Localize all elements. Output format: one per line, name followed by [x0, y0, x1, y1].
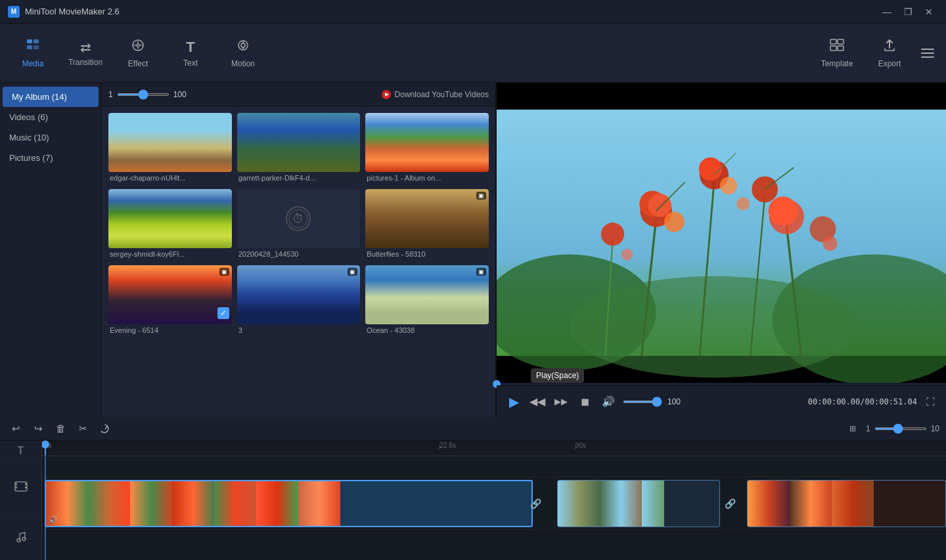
video-clip-2[interactable] — [557, 480, 720, 527]
clip-thumb-2c — [642, 481, 664, 527]
audio-track-icon — [14, 530, 28, 545]
video-track-icon — [14, 480, 28, 495]
toolbar-effect-label: Effect — [128, 59, 148, 68]
sidebar-item-music[interactable]: Music (10) — [0, 127, 101, 148]
fullscreen-button[interactable]: ⛶ — [922, 394, 938, 410]
sidebar-item-videos[interactable]: Videos (6) — [0, 107, 101, 127]
maximize-button[interactable]: ❐ — [899, 5, 917, 18]
hamburger-line-3 — [921, 56, 934, 58]
scale-slider[interactable] — [117, 93, 169, 96]
titlebar-left: M MiniTool MovieMaker 2.6 — [8, 6, 120, 18]
media-thumb-3 — [365, 113, 489, 172]
svg-rect-47 — [15, 483, 17, 485]
svg-point-35 — [601, 223, 624, 246]
svg-point-29 — [648, 194, 671, 217]
media-label-5: 20200428_144530 — [237, 248, 361, 260]
media-icon — [26, 38, 40, 56]
redo-button[interactable]: ↪ — [29, 420, 47, 438]
toolbar-export[interactable]: Export — [863, 28, 916, 77]
media-item-8[interactable]: ▣ 3 — [237, 265, 361, 336]
timeline-body: T — [0, 441, 946, 560]
speed-icon — [100, 423, 110, 434]
play-button[interactable]: ▶ — [505, 393, 523, 411]
media-checked-7: ✓ — [217, 307, 229, 319]
toolbar-media-label: Media — [22, 59, 44, 68]
delete-clip-button[interactable]: 🗑 — [51, 420, 70, 438]
media-thumb-6 — [365, 189, 489, 248]
ruler-mark-30s: 30s — [575, 441, 586, 449]
media-toolbar-left: 1 100 — [108, 90, 187, 99]
cut-button[interactable]: ✂ — [74, 420, 92, 438]
svg-rect-0 — [27, 39, 32, 43]
toolbar-transition-label: Transition — [68, 58, 102, 67]
clip-thumb-1f — [256, 481, 298, 526]
media-thumb-7 — [108, 265, 232, 324]
prev-frame-button[interactable]: ◀◀ — [528, 393, 547, 411]
volume-slider[interactable] — [623, 400, 662, 403]
toolbar-template-label: Template — [821, 59, 853, 68]
stop-button[interactable]: ◼ — [575, 393, 594, 411]
clip-thumb-2a — [558, 481, 600, 527]
media-item-1[interactable]: edgar-chaparro-nUHlt... — [108, 113, 232, 184]
download-youtube-button[interactable]: Download YouTube Videos — [381, 89, 489, 100]
media-thumb-4 — [108, 189, 232, 248]
clip-thumb-3a — [748, 481, 790, 527]
svg-rect-1 — [34, 39, 39, 43]
close-button[interactable]: ✕ — [920, 5, 938, 18]
svg-rect-49 — [25, 483, 27, 485]
minimize-button[interactable]: — — [878, 5, 896, 18]
media-item-3[interactable]: pictures-1 - Album on... — [365, 113, 489, 184]
clip-thumb-1b — [88, 481, 130, 526]
media-label-9: Ocean - 43038 — [365, 324, 489, 336]
svg-point-37 — [720, 177, 737, 194]
toolbar: Media ⇄ Transition Effect T Text — [0, 24, 946, 83]
titlebar: M MiniTool MovieMaker 2.6 — ❐ ✕ — [0, 0, 946, 24]
video-clip-1[interactable]: 🔊 — [45, 480, 533, 527]
media-item-6[interactable]: ▣ Butterflies - 58310 — [365, 189, 489, 260]
media-thumb-5: ⏱ — [237, 189, 361, 248]
media-badge-9: ▣ — [476, 268, 486, 276]
zoom-slider[interactable] — [874, 427, 927, 430]
time-total: 00:00:51.04 — [865, 397, 917, 406]
media-item-7[interactable]: ▣ ✓ Evening - 6514 — [108, 265, 232, 336]
svg-rect-11 — [830, 46, 836, 51]
volume-pct: 100 — [667, 397, 687, 406]
toolbar-template[interactable]: Template — [811, 28, 863, 77]
sidebar-item-pictures[interactable]: Pictures (7) — [0, 148, 101, 168]
speed-button[interactable] — [96, 420, 114, 438]
media-item-9[interactable]: ▣ Ocean - 43038 — [365, 265, 489, 336]
volume-button[interactable]: 🔊 — [599, 393, 618, 411]
toolbar-media[interactable]: Media — [7, 28, 59, 77]
toolbar-export-label: Export — [878, 59, 901, 68]
fit-timeline-button[interactable]: ⊞ — [844, 420, 862, 438]
hamburger-menu[interactable] — [916, 41, 939, 65]
scale-slider-container: 100 — [117, 90, 187, 99]
media-label-1: edgar-chaparro-nUHlt... — [108, 172, 232, 184]
next-frame-button[interactable]: ▶▶ — [552, 393, 570, 411]
sidebar-item-my-album[interactable]: My Album (14) — [3, 87, 99, 107]
toolbar-effect[interactable]: Effect — [112, 28, 164, 77]
toolbar-text[interactable]: T Text — [164, 28, 217, 77]
music-note-icon — [14, 530, 28, 543]
preview-video — [497, 83, 946, 383]
video-clip-3[interactable] — [747, 480, 946, 527]
template-icon — [829, 38, 845, 56]
undo-button[interactable]: ↩ — [7, 420, 25, 438]
time-current: 00:00:00.00 — [808, 397, 860, 406]
clip-thumb-1g — [298, 481, 340, 526]
media-item-4[interactable]: sergey-shmidt-koy6Fl... — [108, 189, 232, 260]
video-track-row: 🔊 🔗 🔗 — [42, 477, 946, 530]
app-icon: M — [8, 6, 20, 18]
media-item-5[interactable]: ⏱ 20200428_144530 — [237, 189, 361, 260]
download-label: Download YouTube Videos — [395, 90, 489, 99]
video-track-label — [0, 462, 41, 514]
svg-rect-2 — [27, 45, 32, 49]
toolbar-motion[interactable]: Motion — [217, 28, 269, 77]
top-area: My Album (14) Videos (6) Music (10) Pict… — [0, 83, 946, 417]
audio-track-row — [42, 530, 946, 560]
playhead — [45, 441, 46, 456]
media-item-2[interactable]: garrett-parker-DlkF4-d... — [237, 113, 361, 184]
svg-point-40 — [822, 236, 837, 251]
svg-point-51 — [17, 538, 20, 542]
toolbar-transition[interactable]: ⇄ Transition — [59, 28, 112, 77]
